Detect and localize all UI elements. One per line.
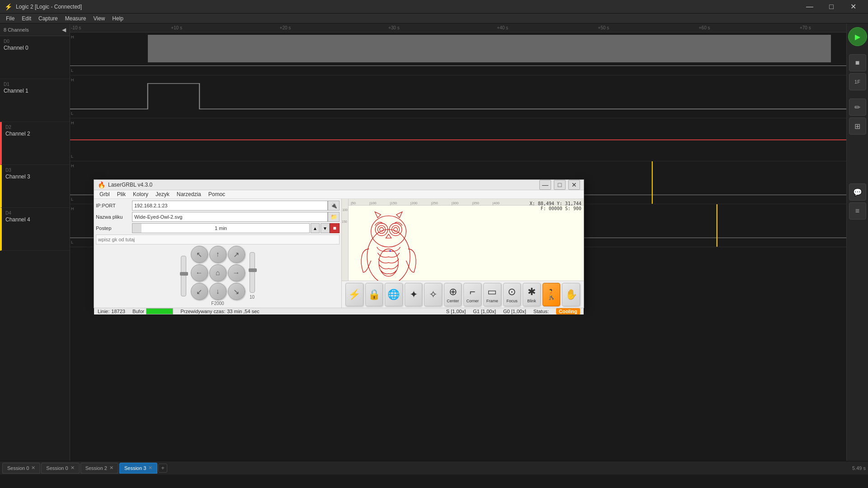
hand-icon: ✋ (565, 289, 577, 300)
status-label: Status: (533, 309, 549, 314)
right-panel-toolbar: ⚡ 🔒 🌐 ✦ (342, 281, 584, 308)
modal-close-button[interactable]: ✕ (568, 180, 580, 190)
right-slider-thumb[interactable] (249, 268, 257, 272)
session-tab-0[interactable]: Session 0 ✕ (2, 463, 40, 474)
stop-button[interactable]: ■ (849, 54, 866, 71)
bufor-segment: Bufor (132, 308, 173, 314)
menu-narzedzia[interactable]: Narzedzia (173, 190, 205, 198)
progress-up-button[interactable]: ▲ (311, 223, 320, 233)
menu-button[interactable]: ≡ (849, 202, 866, 220)
modal-maximize-button[interactable]: □ (554, 180, 566, 190)
ip-label: IP:PORT (96, 203, 132, 208)
linie-segment: Linie: 18723 (98, 309, 125, 314)
menu-plik[interactable]: Plik (113, 190, 129, 198)
menu-view[interactable]: View (90, 14, 108, 23)
modal-titlebar: 🔥 LaserGRBL v4.3.0 — □ ✕ (94, 180, 584, 190)
tool-star-button[interactable]: ✦ (405, 283, 423, 306)
channel-id-2: D2 (5, 125, 11, 130)
tool-corner-button[interactable]: ⌐ Corner (463, 283, 481, 306)
ip-connect-button[interactable]: 🔌 (328, 201, 340, 211)
joy-home[interactable]: ⌂ (209, 264, 226, 282)
left-slider-thumb[interactable] (180, 272, 188, 276)
filename-label: Nazwa pliku (96, 214, 132, 220)
menu-jezyk[interactable]: Jezyk (152, 190, 173, 198)
gcode-input[interactable] (96, 235, 340, 244)
channel-id-3: D3 (5, 168, 11, 173)
menu-pomoc[interactable]: Pomoc (205, 190, 229, 198)
close-button[interactable]: ✕ (843, 0, 863, 14)
menu-grbl[interactable]: Grbl (96, 190, 113, 198)
ip-input[interactable] (132, 201, 328, 211)
collapse-button[interactable]: ◀ (62, 27, 66, 33)
lock-icon: 🔒 (368, 289, 380, 300)
session-tab-1[interactable]: Session 0 ✕ (41, 463, 79, 474)
tool-globe-button[interactable]: 🌐 (385, 283, 403, 306)
chat-button[interactable]: 💬 (849, 183, 866, 201)
menu-edit[interactable]: Edit (18, 14, 35, 23)
s-value: S [1,00x] (446, 309, 466, 314)
menu-measure[interactable]: Measure (61, 14, 90, 23)
menu-kolory[interactable]: Kolory (129, 190, 152, 198)
channel-label-3: D3 Channel 3 (2, 165, 70, 207)
tool-focus-button[interactable]: ⊙ Focus (503, 283, 521, 306)
menu-file[interactable]: File (2, 14, 18, 23)
lightning-icon: ⚡ (348, 289, 360, 300)
filename-browse-button[interactable]: 📁 (328, 212, 340, 222)
joystick-grid: ↖ ↑ ↗ ← ⌂ → ↙ ↓ ↘ (191, 246, 245, 300)
edit-button[interactable]: ✏ (849, 99, 866, 116)
channel-row-4: D4 Channel 4 (0, 208, 70, 251)
joy-right[interactable]: → (228, 264, 245, 282)
joy-up[interactable]: ↑ (209, 246, 226, 263)
session-3-close[interactable]: ✕ (148, 465, 152, 471)
menu-bar: File Edit Capture Measure View Help (0, 14, 868, 23)
joy-upleft[interactable]: ↖ (191, 246, 208, 263)
tool-hand-button[interactable]: ✋ (562, 283, 580, 306)
svg-marker-15 (396, 212, 402, 218)
right-toolbar: ▶ ■ 1F ✏ ⊞ 💬 ≡ (846, 23, 868, 474)
laser-grbl-window: 🔥 LaserGRBL v4.3.0 — □ ✕ Grbl Plik Kolor… (94, 179, 584, 308)
channels-label: 8 Channels (4, 27, 29, 33)
star-icon: ✦ (410, 289, 418, 300)
session-tab-3[interactable]: Session 3 ✕ (119, 463, 157, 474)
session-0-close[interactable]: ✕ (31, 465, 35, 471)
grid-button[interactable]: ⊞ (849, 117, 866, 135)
channel-name-2: Channel 2 (5, 131, 30, 137)
joy-downleft[interactable]: ↙ (191, 283, 208, 300)
frame-button[interactable]: 1F (849, 73, 866, 90)
progress-down-button[interactable]: ▼ (321, 223, 330, 233)
sidebar: 8 Channels ◀ D0 Channel 0 D1 Channel 1 (0, 23, 70, 474)
channel-row-3: D3 Channel 3 (0, 165, 70, 208)
session-1-close[interactable]: ✕ (71, 465, 75, 471)
channel-row-2: D2 Channel 2 (0, 122, 70, 165)
channel-name-3: Channel 3 (5, 174, 30, 180)
menu-help[interactable]: Help (108, 14, 127, 23)
play-button[interactable]: ▶ (848, 27, 867, 46)
timeline-ruler: -10 s +10 s +20 s +30 s +40 s +50 s +60 … (70, 23, 846, 33)
tool-sparkle-button[interactable]: ✧ (424, 283, 442, 306)
tool-walk-button[interactable]: 🚶 (542, 283, 561, 306)
joy-upright[interactable]: ↗ (228, 246, 245, 263)
svg-point-6 (371, 216, 406, 247)
session-tab-2[interactable]: Session 2 ✕ (80, 463, 118, 474)
joy-downright[interactable]: ↘ (228, 283, 245, 300)
joy-down[interactable]: ↓ (209, 283, 226, 300)
modal-minimize-button[interactable]: — (539, 180, 551, 190)
tool-laser-button[interactable]: ⚡ (345, 283, 363, 306)
time-segment: Przewidywany czas: 33 min ,54 sec (180, 309, 259, 314)
stop-red-button[interactable]: ■ (330, 223, 340, 233)
channel-label-1: D1 Channel 1 (0, 79, 70, 122)
maximize-button[interactable]: □ (821, 0, 842, 14)
tool-center-button[interactable]: ⊕ Center (444, 283, 462, 306)
menu-capture[interactable]: Capture (35, 14, 61, 23)
filename-input[interactable] (132, 212, 328, 222)
tool-lock-button[interactable]: 🔒 (365, 283, 383, 306)
minimize-button[interactable]: — (799, 0, 820, 14)
svg-point-17 (389, 250, 391, 252)
progress-text: 1 min (215, 225, 227, 231)
tool-blink-button[interactable]: ✱ Blink (523, 283, 541, 306)
tool-frame-button[interactable]: ▭ Frame (483, 283, 501, 306)
session-2-close[interactable]: ✕ (109, 465, 113, 471)
joy-left[interactable]: ← (191, 264, 208, 282)
add-session-button[interactable]: + (158, 464, 167, 473)
right-slider-track (250, 252, 255, 293)
